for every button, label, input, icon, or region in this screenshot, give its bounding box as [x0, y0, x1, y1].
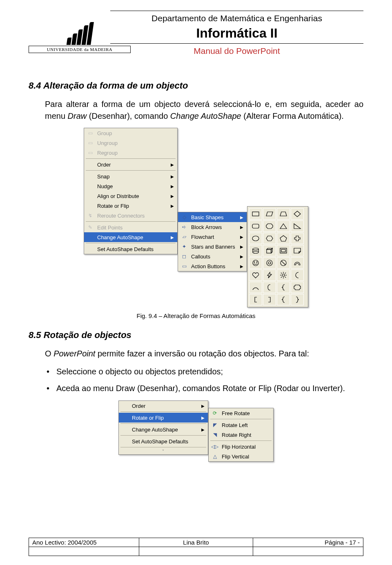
menu-item-snap[interactable]: Snap ▶ [84, 171, 177, 181]
regroup-icon: ▭ [87, 149, 94, 156]
shape-left-brace[interactable] [277, 294, 290, 305]
shape-no-symbol[interactable] [277, 257, 290, 269]
shape-plaque[interactable] [291, 282, 304, 293]
header-rule [110, 43, 363, 44]
shape-pentagon[interactable] [277, 233, 290, 244]
shape-trapezoid[interactable] [277, 208, 290, 220]
shape-donut[interactable] [263, 257, 276, 269]
figure-rotate: Order ▶ Rotate or Flip ▶ Change AutoShap… [29, 400, 363, 462]
svg-point-23 [256, 262, 257, 262]
menu-item-align[interactable]: Align or Distribute ▶ [84, 191, 177, 201]
submenu-arrow-icon: ▶ [240, 254, 243, 259]
figure-9-4: ▭ Group ▭ Ungroup ▭ Regroup Order ▶ [29, 128, 363, 307]
shape-heart[interactable] [249, 269, 262, 281]
menu-expand-chevron[interactable]: ˅ [119, 448, 208, 454]
shape-right-triangle[interactable] [291, 220, 304, 232]
draw-menu: ▭ Group ▭ Ungroup ▭ Regroup Order ▶ [84, 128, 178, 254]
course-title: Informática II [110, 26, 363, 41]
submenu-item-free-rotate[interactable]: ⟳ Free Rotate [209, 408, 273, 418]
menu-item-rotate-flip[interactable]: Rotate or Flip ▶ [119, 413, 208, 423]
svg-line-35 [285, 277, 286, 278]
submenu-item-flip-vertical[interactable]: △ Flip Vertical [209, 452, 273, 461]
menu-label: Callouts [191, 254, 237, 260]
page-footer: Ano Lectivo: 2004/2005 Lina Brito Página… [29, 538, 363, 556]
svg-rect-4 [252, 224, 259, 228]
menu-item-group[interactable]: ▭ Group [84, 128, 177, 138]
blank-icon [121, 426, 129, 433]
submenu-arrow-icon: ▶ [240, 245, 243, 249]
menu-label: Basic Shapes [191, 214, 237, 220]
submenu-item-basic-shapes[interactable]: ◇ Basic Shapes ▶ [178, 212, 247, 222]
menu-screenshot-2: Order ▶ Rotate or Flip ▶ Change AutoShap… [118, 400, 274, 462]
menu-item-order[interactable]: Order ▶ [84, 160, 177, 169]
svg-marker-11 [294, 236, 300, 241]
shape-oval[interactable] [249, 233, 262, 244]
menu-item-regroup[interactable]: ▭ Regroup [84, 148, 177, 158]
shape-rounded-rect[interactable] [249, 220, 262, 232]
footer-year: Ano Lectivo: 2004/2005 [29, 538, 139, 547]
svg-marker-28 [267, 272, 272, 278]
shape-right-bracket[interactable] [263, 294, 276, 305]
menu-label: Group [97, 130, 174, 136]
shape-hexagon[interactable] [263, 233, 276, 244]
shape-octagon[interactable] [263, 220, 276, 232]
shape-cube[interactable] [263, 245, 276, 256]
menu-label: Free Rotate [222, 410, 270, 416]
svg-point-21 [253, 260, 258, 266]
shape-triangle[interactable] [277, 220, 290, 232]
shape-left-bracket[interactable] [249, 294, 262, 305]
menu-item-change-autoshape[interactable]: Change AutoShape ▶ [84, 232, 177, 242]
menu-item-edit-points[interactable]: ✎ Edit Points [84, 222, 177, 232]
shape-cross[interactable] [291, 233, 304, 244]
text-fragment: (Desenhar), comandos [135, 384, 223, 393]
blank-icon [87, 161, 94, 168]
shape-bracket-left[interactable] [263, 282, 276, 293]
menu-item-order[interactable]: Order ▶ [119, 401, 208, 411]
shape-cylinder[interactable] [249, 245, 262, 256]
submenu-item-rotate-left[interactable]: ◤ Rotate Left [209, 420, 273, 430]
shape-arc[interactable] [249, 282, 262, 293]
submenu-item-flip-horizontal[interactable]: ◁▷ Flip Horizontal [209, 442, 273, 452]
submenu-item-block-arrows[interactable]: ➪ Block Arrows ▶ [178, 222, 247, 232]
menu-item-set-defaults[interactable]: Set AutoShape Defaults [84, 244, 177, 254]
submenu-arrow-icon: ▶ [201, 404, 205, 408]
submenu-arrow-icon: ▶ [171, 184, 174, 189]
submenu-item-callouts[interactable]: ◻ Callouts ▶ [178, 251, 247, 261]
header-titles: Departamento de Matemática e Engenharias… [110, 11, 363, 56]
menu-separator [86, 243, 176, 243]
flowchart-icon: ▱ [180, 233, 188, 240]
shape-bevel[interactable] [277, 245, 290, 256]
menu-item-rotate[interactable]: Rotate or Flip ▶ [84, 201, 177, 211]
document-body: 8.4 Alteração da forma de um objecto Par… [29, 80, 363, 462]
shape-sun[interactable] [277, 269, 290, 281]
submenu-item-action-buttons[interactable]: ▭ Action Buttons ▶ [178, 261, 247, 271]
free-rotate-icon: ⟳ [211, 409, 218, 417]
submenu-item-rotate-right[interactable]: ◥ Rotate Right [209, 430, 273, 440]
text-italic: Change AutoShape [170, 111, 241, 120]
shape-moon[interactable] [291, 269, 304, 281]
menu-item-reroute[interactable]: ↯ Reroute Connectors [84, 211, 177, 220]
shape-lightning[interactable] [263, 269, 276, 281]
submenu-item-stars-banners[interactable]: ✦ Stars and Banners ▶ [178, 242, 247, 251]
submenu-item-flowchart[interactable]: ▱ Flowchart ▶ [178, 232, 247, 242]
menu-item-nudge[interactable]: Nudge ▶ [84, 181, 177, 191]
shape-parallelogram[interactable] [263, 208, 276, 220]
shape-smiley[interactable] [249, 257, 262, 269]
menu-item-set-defaults[interactable]: Set AutoShape Defaults [119, 436, 208, 446]
text-italic: Draw [116, 384, 135, 393]
shape-folded-corner[interactable] [291, 245, 304, 256]
svg-rect-18 [281, 249, 285, 252]
menu-item-ungroup[interactable]: ▭ Ungroup [84, 138, 177, 148]
svg-point-8 [252, 236, 259, 241]
text-fragment: (Desenhar), comando [87, 111, 170, 120]
menu-separator [120, 435, 206, 436]
blank-icon [121, 402, 129, 409]
menu-item-change-autoshape[interactable]: Change AutoShape ▶ [119, 425, 208, 434]
basic-shapes-palette [247, 206, 308, 307]
shape-brace-left[interactable] [277, 282, 290, 293]
shape-diamond[interactable] [291, 208, 304, 220]
shape-right-brace[interactable] [291, 294, 304, 305]
shape-rectangle[interactable] [249, 208, 262, 220]
shape-block-arc[interactable] [291, 257, 304, 269]
blank-icon [121, 438, 129, 445]
